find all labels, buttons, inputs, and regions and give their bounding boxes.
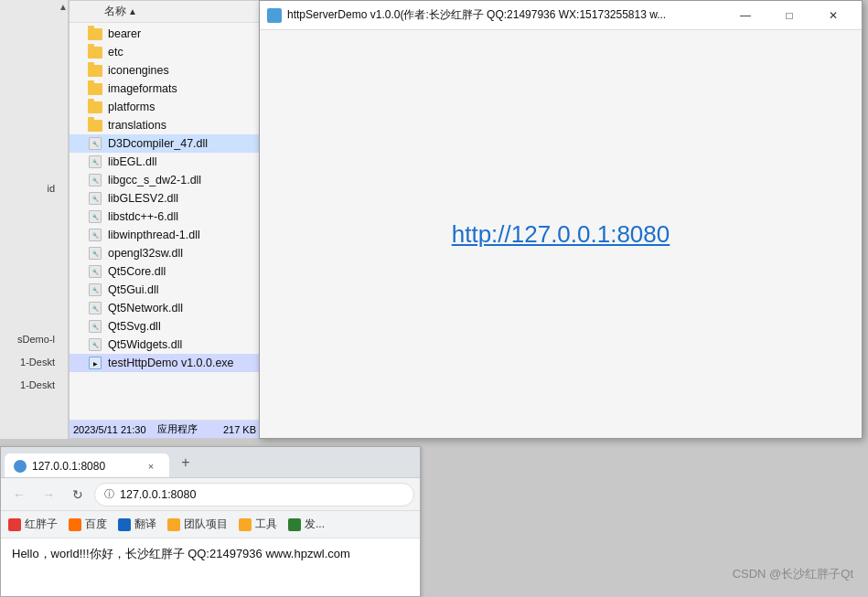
- bookmark-icon-translate: [118, 518, 131, 531]
- folder-item-iconengines[interactable]: iconengines: [70, 61, 260, 80]
- dll-item-libglesv2[interactable]: 🔧 libGLESV2.dll: [70, 189, 260, 208]
- svg-rect-4: [239, 518, 252, 531]
- dll-name: libEGL.dll: [108, 155, 157, 168]
- bookmark-icon-team: [167, 518, 180, 531]
- folder-name: platforms: [108, 101, 155, 113]
- address-text: 127.0.0.1:8080: [120, 488, 404, 501]
- dll-icon: 🔧: [88, 283, 102, 297]
- minimize-button[interactable]: —: [724, 1, 766, 30]
- app-window: httpServerDemo v1.0.0(作者:长沙红胖子 QQ:214979…: [259, 0, 863, 439]
- folder-icon: [88, 81, 102, 96]
- folder-icon: [88, 63, 102, 78]
- bookmark-icon-more: [288, 518, 301, 531]
- scroll-up-arrow[interactable]: ▲: [59, 2, 68, 12]
- app-title: httpServerDemo v1.0.0(作者:长沙红胖子 QQ:214979…: [287, 7, 724, 23]
- exe-item[interactable]: ▶ testHttpDemo v1.0.0.exe: [70, 354, 260, 372]
- bookmark-icon-baidu: [69, 518, 81, 531]
- dll-name: Qt5Gui.dll: [108, 283, 159, 296]
- svg-rect-5: [288, 518, 301, 531]
- bookmark-label-translate: 翻译: [134, 517, 156, 532]
- bookmark-translate[interactable]: 翻译: [118, 517, 156, 532]
- dll-icon: 🔧: [88, 264, 102, 279]
- edge-label-2: 1-Deskt: [20, 379, 55, 390]
- exe-date: 2023/5/11 21:30: [73, 424, 146, 435]
- bookmark-label-tools: 工具: [255, 517, 277, 532]
- new-tab-button[interactable]: +: [173, 450, 198, 475]
- bookmark-tools[interactable]: 工具: [239, 517, 277, 532]
- dll-icon: 🔧: [88, 337, 102, 352]
- bookmark-label-more: 发...: [305, 517, 325, 532]
- folder-name: iconengines: [108, 64, 169, 77]
- folder-name: etc: [108, 46, 123, 59]
- file-explorer-scrollbar[interactable]: ▲: [58, 0, 69, 439]
- dll-item-libwinpthread[interactable]: 🔧 libwinpthread-1.dll: [70, 226, 260, 244]
- bookmark-more[interactable]: 发...: [288, 517, 325, 532]
- edge-label-1: 1-Deskt: [20, 357, 55, 368]
- exe-type: 应用程序: [157, 422, 198, 436]
- close-button[interactable]: ✕: [812, 1, 854, 30]
- folder-item-etc[interactable]: etc: [70, 43, 260, 61]
- dll-item-qt5gui[interactable]: 🔧 Qt5Gui.dll: [70, 281, 260, 299]
- folder-name: imageformats: [108, 82, 177, 95]
- dll-name: Qt5Network.dll: [108, 302, 183, 314]
- maximize-button[interactable]: □: [768, 1, 810, 30]
- left-edge-panel: id sDemo-l 1-Deskt 1-Deskt: [0, 0, 59, 439]
- dll-item-qt5core[interactable]: 🔧 Qt5Core.dll: [70, 262, 260, 281]
- tab-close-button[interactable]: ×: [144, 459, 158, 474]
- folder-item-platforms[interactable]: platforms: [70, 98, 260, 116]
- back-button[interactable]: ←: [6, 482, 32, 507]
- dll-item-opengl[interactable]: 🔧 opengl32sw.dll: [70, 244, 260, 262]
- app-icon: [267, 8, 282, 23]
- dll-icon: 🔧: [88, 191, 102, 206]
- browser-bookmarks-bar: 红胖子 百度 翻译 团队项目 工具 发...: [1, 511, 420, 538]
- dll-name: opengl32sw.dll: [108, 247, 183, 260]
- edge-label-demo1: sDemo-l: [17, 334, 55, 345]
- browser-content: Hello，world!!!你好，长沙红胖子 QQ:21497936 www.h…: [1, 538, 420, 570]
- dll-item-libstdc[interactable]: 🔧 libstdc++-6.dll: [70, 208, 260, 226]
- svg-rect-1: [69, 518, 81, 531]
- dll-icon: 🔧: [88, 301, 102, 315]
- dll-item-libegl[interactable]: 🔧 libEGL.dll: [70, 153, 260, 171]
- address-info-icon: ⓘ: [104, 487, 114, 501]
- bookmark-label-baidu: 百度: [85, 517, 107, 532]
- refresh-button[interactable]: ↻: [65, 482, 91, 507]
- folder-name: bearer: [108, 27, 141, 40]
- tab-favicon: [14, 460, 27, 473]
- svg-rect-3: [167, 518, 180, 531]
- exe-size: 217 KB: [223, 424, 256, 435]
- dll-item-libgcc[interactable]: 🔧 libgcc_s_dw2-1.dll: [70, 171, 260, 189]
- dll-icon: 🔧: [88, 246, 102, 261]
- dll-item-d3d[interactable]: 🔧 D3Dcompiler_47.dll: [70, 134, 260, 153]
- window-controls: — □ ✕: [724, 1, 854, 30]
- name-column-header: 名称: [104, 4, 126, 19]
- browser-tab-active[interactable]: 127.0.0.1:8080 ×: [5, 453, 169, 477]
- dll-icon: 🔧: [88, 136, 102, 151]
- server-url-link[interactable]: http://127.0.0.1:8080: [452, 220, 670, 249]
- browser-tabs-bar: 127.0.0.1:8080 × +: [1, 447, 420, 478]
- forward-button[interactable]: →: [36, 482, 61, 507]
- exe-name: testHttpDemo v1.0.0.exe: [108, 357, 234, 369]
- folder-item-bearer[interactable]: bearer: [70, 25, 260, 43]
- dll-item-qt5network[interactable]: 🔧 Qt5Network.dll: [70, 299, 260, 317]
- folder-item-imageformats[interactable]: imageformats: [70, 80, 260, 98]
- bookmark-baidu[interactable]: 百度: [69, 517, 107, 532]
- bookmark-label-team: 团队项目: [184, 517, 228, 532]
- dll-name: Qt5Core.dll: [108, 265, 166, 278]
- browser-window: 127.0.0.1:8080 × + ← → ↻ ⓘ 127.0.0.1:808…: [0, 446, 421, 597]
- folder-item-translations[interactable]: translations: [70, 116, 260, 134]
- dll-item-qt5svg[interactable]: 🔧 Qt5Svg.dll: [70, 317, 260, 336]
- bookmark-red[interactable]: 红胖子: [8, 517, 58, 532]
- svg-rect-0: [270, 11, 279, 20]
- dll-item-qt5widgets[interactable]: 🔧 Qt5Widgets.dll: [70, 336, 260, 354]
- folder-icon: [88, 118, 102, 133]
- bookmark-icon-red: [8, 518, 21, 531]
- exe-detail-row: 2023/5/11 21:30 应用程序 217 KB: [70, 420, 260, 438]
- dll-name: libgcc_s_dw2-1.dll: [108, 174, 201, 187]
- bookmark-team[interactable]: 团队项目: [167, 517, 228, 532]
- csdn-text: CSDN @长沙红胖子Qt: [733, 567, 853, 581]
- dll-icon: 🔧: [88, 319, 102, 334]
- dll-name: libwinpthread-1.dll: [108, 229, 200, 241]
- address-bar[interactable]: ⓘ 127.0.0.1:8080: [94, 483, 414, 506]
- dll-icon: 🔧: [88, 173, 102, 187]
- edge-label-id: id: [47, 183, 55, 194]
